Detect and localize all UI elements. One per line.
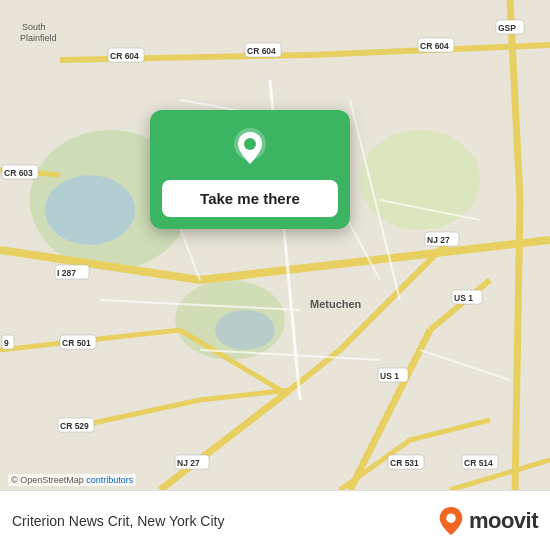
take-me-there-button[interactable]: Take me there xyxy=(162,180,338,217)
svg-text:GSP: GSP xyxy=(498,23,516,33)
svg-text:CR 501: CR 501 xyxy=(62,338,91,348)
svg-text:CR 603: CR 603 xyxy=(4,168,33,178)
svg-text:CR 604: CR 604 xyxy=(420,41,449,51)
svg-text:CR 531: CR 531 xyxy=(390,458,419,468)
svg-point-5 xyxy=(215,310,275,350)
osm-text: © OpenStreetMap contributors xyxy=(11,475,133,485)
svg-line-12 xyxy=(515,200,520,490)
svg-text:US 1: US 1 xyxy=(454,293,473,303)
svg-text:Metuchen: Metuchen xyxy=(310,298,362,310)
svg-text:NJ 27: NJ 27 xyxy=(427,235,450,245)
location-pin-icon xyxy=(228,126,272,170)
location-title: Criterion News Crit, New York City xyxy=(12,513,224,529)
popup-card: Take me there xyxy=(150,110,350,229)
svg-text:I 287: I 287 xyxy=(57,268,76,278)
svg-text:Plainfield: Plainfield xyxy=(20,33,57,43)
moovit-brand-text: moovit xyxy=(469,508,538,534)
moovit-logo: moovit xyxy=(437,505,538,537)
svg-text:CR 529: CR 529 xyxy=(60,421,89,431)
svg-text:CR 604: CR 604 xyxy=(110,51,139,61)
svg-text:NJ 27: NJ 27 xyxy=(177,458,200,468)
svg-text:US 1: US 1 xyxy=(380,371,399,381)
svg-text:CR 604: CR 604 xyxy=(247,46,276,56)
svg-text:9: 9 xyxy=(4,338,9,348)
map-container: South Plainfield CR 604 CR 604 CR 604 GS… xyxy=(0,0,550,490)
svg-text:South: South xyxy=(22,22,46,32)
svg-point-69 xyxy=(244,138,256,150)
svg-text:CR 514: CR 514 xyxy=(464,458,493,468)
bottom-bar: Criterion News Crit, New York City moovi… xyxy=(0,490,550,550)
svg-point-70 xyxy=(446,513,455,522)
svg-point-2 xyxy=(45,175,135,245)
osm-attribution: © OpenStreetMap contributors xyxy=(8,474,136,486)
moovit-pin-icon xyxy=(437,505,465,537)
